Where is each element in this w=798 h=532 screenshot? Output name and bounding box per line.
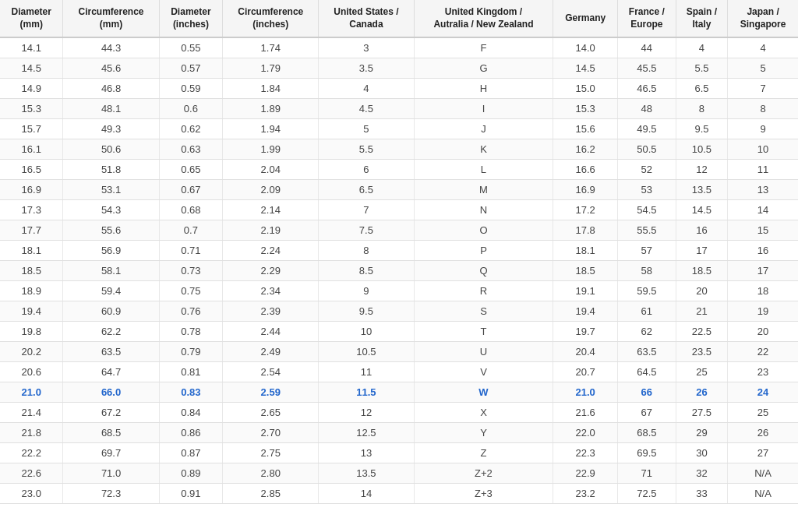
table-cell: 7 xyxy=(728,79,798,99)
table-cell: 0.73 xyxy=(159,261,223,281)
table-cell: 44 xyxy=(617,37,676,58)
table-cell: 20.7 xyxy=(553,362,617,382)
table-cell: 57 xyxy=(617,241,676,261)
table-cell: 26 xyxy=(728,423,798,443)
table-cell: 46.8 xyxy=(63,79,159,99)
table-cell: 11 xyxy=(728,160,798,180)
table-cell: Q xyxy=(414,261,553,281)
table-cell: 27 xyxy=(728,443,798,463)
table-cell: 2.44 xyxy=(223,322,319,342)
table-cell: 4 xyxy=(319,79,414,99)
table-cell: 1.74 xyxy=(223,37,319,58)
table-cell: 48 xyxy=(617,99,676,119)
table-cell: 32 xyxy=(676,463,727,484)
col-header-germany: Germany xyxy=(553,0,617,37)
table-cell: 16.6 xyxy=(553,160,617,180)
table-cell: 2.65 xyxy=(223,403,319,423)
table-cell: 9 xyxy=(319,281,414,301)
table-cell: 16.9 xyxy=(553,180,617,200)
table-cell: 20.6 xyxy=(0,362,63,382)
table-cell: 51.8 xyxy=(63,160,159,180)
table-cell: 1.84 xyxy=(223,79,319,99)
table-cell: 19 xyxy=(728,301,798,322)
table-cell: 5.5 xyxy=(319,139,414,160)
table-cell: 2.70 xyxy=(223,423,319,443)
col-header-us-canada: United States /Canada xyxy=(319,0,414,37)
table-cell: Y xyxy=(414,423,553,443)
table-cell: 10.5 xyxy=(319,342,414,362)
table-cell: 15.6 xyxy=(553,119,617,139)
table-cell: 24 xyxy=(728,382,798,403)
table-cell: 20 xyxy=(728,322,798,342)
table-cell: 33 xyxy=(676,484,727,504)
table-cell: 19.4 xyxy=(0,301,63,322)
table-cell: 69.5 xyxy=(617,443,676,463)
table-cell: 18.1 xyxy=(553,241,617,261)
table-cell: 8 xyxy=(676,99,727,119)
table-cell: 0.59 xyxy=(159,79,223,99)
table-cell: K xyxy=(414,139,553,160)
table-cell: 21.0 xyxy=(553,382,617,403)
table-cell: 18 xyxy=(728,281,798,301)
table-cell: 61 xyxy=(617,301,676,322)
table-cell: 50.5 xyxy=(617,139,676,160)
table-cell: 29 xyxy=(676,423,727,443)
table-cell: 2.29 xyxy=(223,261,319,281)
table-cell: 19.4 xyxy=(553,301,617,322)
table-cell: 17.2 xyxy=(553,200,617,220)
table-cell: 44.3 xyxy=(63,37,159,58)
table-cell: 49.3 xyxy=(63,119,159,139)
table-cell: 19.7 xyxy=(553,322,617,342)
table-cell: 5.5 xyxy=(676,58,727,79)
table-cell: 21 xyxy=(676,301,727,322)
table-cell: 9.5 xyxy=(676,119,727,139)
table-cell: 17 xyxy=(676,241,727,261)
table-cell: 23.5 xyxy=(676,342,727,362)
table-cell: 22.0 xyxy=(553,423,617,443)
table-cell: 63.5 xyxy=(63,342,159,362)
table-cell: 0.89 xyxy=(159,463,223,484)
table-cell: G xyxy=(414,58,553,79)
table-cell: 5 xyxy=(728,58,798,79)
table-cell: 13.5 xyxy=(319,463,414,484)
table-cell: 22 xyxy=(728,342,798,362)
table-cell: 12 xyxy=(319,403,414,423)
table-cell: 2.04 xyxy=(223,160,319,180)
table-cell: 8 xyxy=(728,99,798,119)
table-cell: 16.9 xyxy=(0,180,63,200)
table-cell: N xyxy=(414,200,553,220)
table-cell: 0.71 xyxy=(159,241,223,261)
table-cell: 23 xyxy=(728,362,798,382)
table-row: 18.558.10.732.298.5Q18.55818.517 xyxy=(0,261,798,281)
table-cell: 14.5 xyxy=(553,58,617,79)
table-cell: 68.5 xyxy=(617,423,676,443)
table-cell: 60.9 xyxy=(63,301,159,322)
table-cell: 0.63 xyxy=(159,139,223,160)
table-cell: 13 xyxy=(319,443,414,463)
table-cell: 21.0 xyxy=(0,382,63,403)
table-cell: 2.14 xyxy=(223,200,319,220)
table-cell: 14.9 xyxy=(0,79,63,99)
table-cell: 14.0 xyxy=(553,37,617,58)
table-cell: L xyxy=(414,160,553,180)
table-cell: 0.75 xyxy=(159,281,223,301)
table-cell: 0.76 xyxy=(159,301,223,322)
table-row: 19.862.20.782.4410T19.76222.520 xyxy=(0,322,798,342)
table-cell: 45.6 xyxy=(63,58,159,79)
col-header-japan-sg: Japan /Singapore xyxy=(728,0,798,37)
table-cell: 54.5 xyxy=(617,200,676,220)
table-cell: 6.5 xyxy=(319,180,414,200)
table-cell: 2.24 xyxy=(223,241,319,261)
table-cell: 2.34 xyxy=(223,281,319,301)
table-cell: 45.5 xyxy=(617,58,676,79)
table-cell: 18.5 xyxy=(553,261,617,281)
table-cell: 23.0 xyxy=(0,484,63,504)
table-cell: 4.5 xyxy=(319,99,414,119)
table-row: 18.156.90.712.248P18.1571716 xyxy=(0,241,798,261)
table-cell: 2.39 xyxy=(223,301,319,322)
table-cell: 21.6 xyxy=(553,403,617,423)
table-cell: 27.5 xyxy=(676,403,727,423)
table-cell: 0.84 xyxy=(159,403,223,423)
table-cell: 26 xyxy=(676,382,727,403)
table-row: 16.150.60.631.995.5K16.250.510.510 xyxy=(0,139,798,160)
